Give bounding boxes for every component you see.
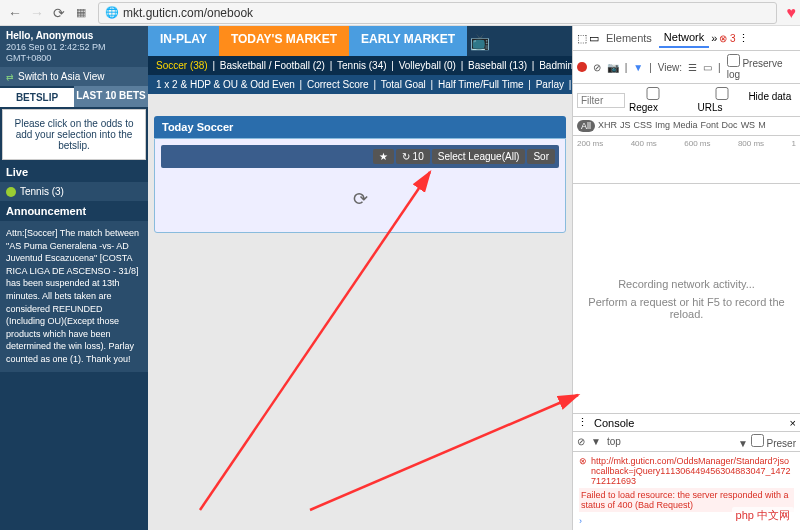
heart-icon[interactable]: ♥: [787, 4, 797, 22]
console-context[interactable]: top: [607, 436, 621, 447]
devtools-filter-input[interactable]: [577, 93, 625, 108]
live-head: Live: [0, 162, 148, 182]
console-filter-icon[interactable]: ▼: [591, 436, 601, 447]
console-error: ⊗ http://mkt.guticn.com/OddsManager/Stan…: [579, 456, 794, 486]
tennis-icon: [6, 187, 16, 197]
type-css[interactable]: CSS: [634, 120, 653, 132]
url-text: mkt.guticn.com/onebook: [123, 6, 253, 20]
forward-button[interactable]: →: [26, 2, 48, 24]
type-m[interactable]: M: [758, 120, 766, 132]
recording-message: Recording network activity... Perform a …: [573, 184, 800, 413]
view-label: View:: [658, 62, 682, 73]
filter-icon[interactable]: ▼: [633, 62, 643, 73]
bt-parlay[interactable]: Parlay: [536, 79, 564, 90]
devtools-error-count[interactable]: ⊗ 3: [719, 33, 735, 44]
preserve-log[interactable]: Preserve log: [727, 54, 796, 80]
type-ws[interactable]: WS: [741, 120, 756, 132]
devtools-menu-icon[interactable]: ⋮: [738, 32, 749, 45]
betslip-hint: Please click on the odds to add your sel…: [2, 109, 146, 160]
devtools-device-icon[interactable]: ▭: [589, 32, 599, 45]
bet-type-nav: 1 x 2 & HDP & OU & Odd Even | Correct Sc…: [148, 75, 572, 94]
type-js[interactable]: JS: [620, 120, 631, 132]
apps-button[interactable]: ▦: [70, 2, 92, 24]
type-img[interactable]: Img: [655, 120, 670, 132]
url-bar[interactable]: 🌐mkt.guticn.com/onebook: [98, 2, 777, 24]
bt-tg[interactable]: Total Goal: [381, 79, 426, 90]
tab-betslip[interactable]: BETSLIP: [0, 86, 74, 107]
sport-badminton[interactable]: Badminton (0): [539, 60, 572, 71]
tab-last10bets[interactable]: LAST 10 BETS: [74, 86, 148, 107]
tab-inplay[interactable]: IN-PLAY: [148, 26, 219, 56]
reload-button[interactable]: ⟳: [48, 2, 70, 24]
devtools-inspect-icon[interactable]: ⬚: [577, 32, 587, 45]
watermark: php 中文网: [732, 507, 794, 524]
filter-sort[interactable]: Sor: [527, 149, 555, 164]
sport-soccer[interactable]: Soccer (38): [156, 60, 208, 71]
user-greeting: Hello, Anonymous 2016 Sep 01 2:42:52 PM …: [0, 26, 148, 67]
tab-todays-market[interactable]: TODAY'S MARKET: [219, 26, 349, 56]
announcement-head: Announcement: [0, 201, 148, 221]
devtools-tab-network[interactable]: Network: [659, 28, 709, 48]
tv-icon[interactable]: 📺: [467, 26, 493, 56]
filter-league[interactable]: Select League(All): [432, 149, 526, 164]
announcement-body: Attn:[Soccer] The match between "AS Puma…: [0, 221, 148, 372]
view-frame-icon[interactable]: ▭: [703, 62, 712, 73]
console-preserve[interactable]: Preser: [751, 438, 796, 449]
tab-early-market[interactable]: EARLY MARKET: [349, 26, 467, 56]
switch-icon: ⇄: [6, 72, 14, 82]
console-menu-icon[interactable]: ⋮: [577, 416, 588, 429]
sport-tennis[interactable]: Tennis (34): [337, 60, 386, 71]
devtools-panel: ⬚ ▭ Elements Network » ⊗ 3 ⋮ ⊘ 📷 | ▼ | V…: [572, 26, 800, 530]
regex-checkbox[interactable]: Regex: [629, 87, 694, 113]
console-clear-icon[interactable]: ⊘: [577, 436, 585, 447]
type-all[interactable]: All: [577, 120, 595, 132]
switch-asia-view[interactable]: ⇄ Switch to Asia View: [0, 67, 148, 86]
sport-basketball[interactable]: Basketball / Football (2): [220, 60, 325, 71]
clear-icon[interactable]: ⊘: [593, 62, 601, 73]
camera-icon[interactable]: 📷: [607, 62, 619, 73]
type-doc[interactable]: Doc: [722, 120, 738, 132]
sport-volleyball[interactable]: Volleyball (0): [399, 60, 456, 71]
type-font[interactable]: Font: [701, 120, 719, 132]
globe-icon: 🌐: [105, 6, 119, 19]
loading-spinner: ⟳: [155, 174, 565, 224]
console-close-icon[interactable]: ×: [790, 417, 796, 429]
timeline: 200 ms400 ms600 ms800 ms1: [573, 136, 800, 184]
back-button[interactable]: ←: [4, 2, 26, 24]
view-list-icon[interactable]: ☰: [688, 62, 697, 73]
devtools-tab-elements[interactable]: Elements: [601, 29, 657, 47]
bt-hdp[interactable]: 1 x 2 & HDP & OU & Odd Even: [156, 79, 295, 90]
console-tab[interactable]: Console: [594, 417, 634, 429]
type-media[interactable]: Media: [673, 120, 698, 132]
today-soccer-head: Today Soccer: [154, 116, 566, 138]
asia-label: Switch to Asia View: [18, 71, 105, 82]
record-button[interactable]: [577, 62, 587, 72]
error-icon: ⊗: [579, 456, 587, 486]
live-tennis-label: Tennis (3): [20, 186, 64, 197]
sport-nav: Soccer (38) | Basketball / Football (2) …: [148, 56, 572, 75]
live-tennis[interactable]: Tennis (3): [0, 182, 148, 201]
sport-baseball[interactable]: Baseball (13): [468, 60, 527, 71]
type-xhr[interactable]: XHR: [598, 120, 617, 132]
filter-star[interactable]: ★: [373, 149, 394, 164]
filter-refresh[interactable]: ↻ 10: [396, 149, 430, 164]
devtools-more-icon[interactable]: »: [711, 32, 717, 44]
bt-htft[interactable]: Half Time/Full Time: [438, 79, 524, 90]
hide-data-checkbox[interactable]: Hide data URLs: [698, 87, 796, 113]
bt-cs[interactable]: Correct Score: [307, 79, 369, 90]
